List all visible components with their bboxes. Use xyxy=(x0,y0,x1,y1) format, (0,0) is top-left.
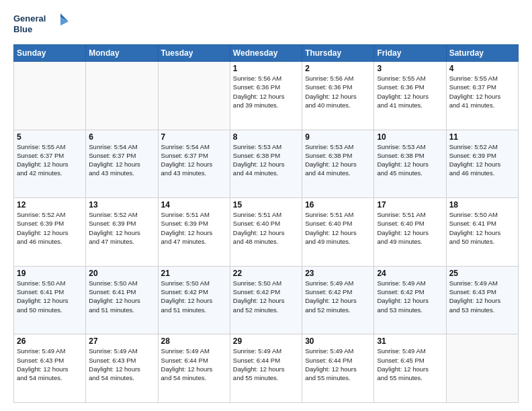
day-info: Sunrise: 5:49 AM Sunset: 6:44 PM Dayligh… xyxy=(161,347,227,382)
day-header-monday: Monday xyxy=(86,45,158,62)
calendar-cell: 20Sunrise: 5:50 AM Sunset: 6:41 PM Dayli… xyxy=(86,266,158,334)
calendar-cell: 16Sunrise: 5:51 AM Sunset: 6:40 PM Dayli… xyxy=(302,198,374,267)
day-number: 22 xyxy=(233,269,299,278)
calendar-cell: 28Sunrise: 5:49 AM Sunset: 6:44 PM Dayli… xyxy=(158,334,230,403)
week-row-4: 26Sunrise: 5:49 AM Sunset: 6:43 PM Dayli… xyxy=(14,334,519,403)
day-info: Sunrise: 5:56 AM Sunset: 6:36 PM Dayligh… xyxy=(305,74,371,109)
day-info: Sunrise: 5:49 AM Sunset: 6:42 PM Dayligh… xyxy=(305,279,371,314)
day-info: Sunrise: 5:49 AM Sunset: 6:44 PM Dayligh… xyxy=(233,347,299,382)
day-header-wednesday: Wednesday xyxy=(230,45,302,62)
calendar-cell: 26Sunrise: 5:49 AM Sunset: 6:43 PM Dayli… xyxy=(14,334,86,403)
calendar-cell: 22Sunrise: 5:50 AM Sunset: 6:42 PM Dayli… xyxy=(230,266,302,334)
day-info: Sunrise: 5:52 AM Sunset: 6:39 PM Dayligh… xyxy=(449,142,515,178)
calendar-body: 1Sunrise: 5:56 AM Sunset: 6:36 PM Daylig… xyxy=(14,62,519,403)
day-number: 9 xyxy=(305,132,371,142)
day-info: Sunrise: 5:51 AM Sunset: 6:39 PM Dayligh… xyxy=(161,210,227,246)
calendar-cell: 7Sunrise: 5:54 AM Sunset: 6:37 PM Daylig… xyxy=(158,130,230,198)
day-number: 18 xyxy=(449,200,515,210)
day-info: Sunrise: 5:53 AM Sunset: 6:38 PM Dayligh… xyxy=(233,142,299,178)
day-info: Sunrise: 5:50 AM Sunset: 6:42 PM Dayligh… xyxy=(161,279,227,314)
day-info: Sunrise: 5:55 AM Sunset: 6:37 PM Dayligh… xyxy=(17,142,83,178)
day-number: 29 xyxy=(233,336,299,346)
day-number: 16 xyxy=(305,200,371,210)
svg-text:General: General xyxy=(13,13,46,24)
day-info: Sunrise: 5:50 AM Sunset: 6:41 PM Dayligh… xyxy=(17,279,83,314)
day-number: 6 xyxy=(89,132,154,142)
day-number: 10 xyxy=(377,132,443,142)
calendar-cell: 17Sunrise: 5:51 AM Sunset: 6:40 PM Dayli… xyxy=(374,198,446,267)
day-info: Sunrise: 5:51 AM Sunset: 6:40 PM Dayligh… xyxy=(377,210,443,246)
day-number: 23 xyxy=(305,269,371,278)
day-number: 7 xyxy=(161,132,227,142)
header: General Blue xyxy=(13,11,519,39)
day-info: Sunrise: 5:55 AM Sunset: 6:37 PM Dayligh… xyxy=(449,74,515,109)
day-info: Sunrise: 5:54 AM Sunset: 6:37 PM Dayligh… xyxy=(161,142,227,178)
calendar-header: SundayMondayTuesdayWednesdayThursdayFrid… xyxy=(14,45,519,62)
day-info: Sunrise: 5:53 AM Sunset: 6:38 PM Dayligh… xyxy=(305,142,371,178)
calendar-cell: 8Sunrise: 5:53 AM Sunset: 6:38 PM Daylig… xyxy=(230,130,302,198)
day-info: Sunrise: 5:50 AM Sunset: 6:41 PM Dayligh… xyxy=(89,279,154,314)
day-info: Sunrise: 5:49 AM Sunset: 6:42 PM Dayligh… xyxy=(377,279,443,314)
day-info: Sunrise: 5:49 AM Sunset: 6:44 PM Dayligh… xyxy=(305,347,371,382)
day-info: Sunrise: 5:51 AM Sunset: 6:40 PM Dayligh… xyxy=(305,210,371,246)
day-header-saturday: Saturday xyxy=(446,45,518,62)
calendar-cell: 10Sunrise: 5:53 AM Sunset: 6:38 PM Dayli… xyxy=(374,130,446,198)
day-number: 2 xyxy=(305,64,371,73)
day-number: 11 xyxy=(449,132,515,142)
day-number: 19 xyxy=(17,269,83,278)
calendar-cell: 9Sunrise: 5:53 AM Sunset: 6:38 PM Daylig… xyxy=(302,130,374,198)
day-info: Sunrise: 5:49 AM Sunset: 6:45 PM Dayligh… xyxy=(377,347,443,382)
calendar-cell: 12Sunrise: 5:52 AM Sunset: 6:39 PM Dayli… xyxy=(14,198,86,267)
calendar-cell: 6Sunrise: 5:54 AM Sunset: 6:37 PM Daylig… xyxy=(86,130,158,198)
day-info: Sunrise: 5:55 AM Sunset: 6:36 PM Dayligh… xyxy=(377,74,443,109)
day-number: 24 xyxy=(377,269,443,278)
calendar-cell: 13Sunrise: 5:52 AM Sunset: 6:39 PM Dayli… xyxy=(86,198,158,267)
calendar-cell: 2Sunrise: 5:56 AM Sunset: 6:36 PM Daylig… xyxy=(302,62,374,130)
calendar-cell: 30Sunrise: 5:49 AM Sunset: 6:44 PM Dayli… xyxy=(302,334,374,403)
day-header-tuesday: Tuesday xyxy=(158,45,230,62)
day-number: 15 xyxy=(233,200,299,210)
logo-svg: General Blue xyxy=(13,11,74,36)
logo: General Blue xyxy=(13,11,74,39)
calendar-cell: 27Sunrise: 5:49 AM Sunset: 6:43 PM Dayli… xyxy=(86,334,158,403)
calendar: SundayMondayTuesdayWednesdayThursdayFrid… xyxy=(13,44,519,403)
calendar-cell: 21Sunrise: 5:50 AM Sunset: 6:42 PM Dayli… xyxy=(158,266,230,334)
calendar-cell: 3Sunrise: 5:55 AM Sunset: 6:36 PM Daylig… xyxy=(374,62,446,130)
day-number: 28 xyxy=(161,336,227,346)
day-header-friday: Friday xyxy=(374,45,446,62)
week-row-1: 5Sunrise: 5:55 AM Sunset: 6:37 PM Daylig… xyxy=(14,130,519,198)
calendar-cell: 25Sunrise: 5:49 AM Sunset: 6:43 PM Dayli… xyxy=(446,266,518,334)
day-number: 3 xyxy=(377,64,443,73)
day-number: 26 xyxy=(17,336,83,346)
day-number: 1 xyxy=(233,64,299,73)
header-row: SundayMondayTuesdayWednesdayThursdayFrid… xyxy=(14,45,519,62)
calendar-cell: 31Sunrise: 5:49 AM Sunset: 6:45 PM Dayli… xyxy=(374,334,446,403)
week-row-0: 1Sunrise: 5:56 AM Sunset: 6:36 PM Daylig… xyxy=(14,62,519,130)
calendar-cell xyxy=(158,62,230,130)
day-number: 27 xyxy=(89,336,154,346)
day-info: Sunrise: 5:51 AM Sunset: 6:40 PM Dayligh… xyxy=(233,210,299,246)
day-info: Sunrise: 5:49 AM Sunset: 6:43 PM Dayligh… xyxy=(449,279,515,314)
calendar-cell: 19Sunrise: 5:50 AM Sunset: 6:41 PM Dayli… xyxy=(14,266,86,334)
day-number: 13 xyxy=(89,200,154,210)
day-number: 20 xyxy=(89,269,154,278)
day-info: Sunrise: 5:50 AM Sunset: 6:42 PM Dayligh… xyxy=(233,279,299,314)
calendar-cell: 15Sunrise: 5:51 AM Sunset: 6:40 PM Dayli… xyxy=(230,198,302,267)
day-number: 31 xyxy=(377,336,443,346)
svg-text:Blue: Blue xyxy=(13,24,32,34)
day-number: 30 xyxy=(305,336,371,346)
day-info: Sunrise: 5:52 AM Sunset: 6:39 PM Dayligh… xyxy=(89,210,154,246)
day-info: Sunrise: 5:52 AM Sunset: 6:39 PM Dayligh… xyxy=(17,210,83,246)
day-info: Sunrise: 5:49 AM Sunset: 6:43 PM Dayligh… xyxy=(89,347,154,382)
page: General Blue SundayMondayTuesdayWednesda… xyxy=(0,0,532,411)
calendar-cell: 24Sunrise: 5:49 AM Sunset: 6:42 PM Dayli… xyxy=(374,266,446,334)
week-row-3: 19Sunrise: 5:50 AM Sunset: 6:41 PM Dayli… xyxy=(14,266,519,334)
calendar-cell: 11Sunrise: 5:52 AM Sunset: 6:39 PM Dayli… xyxy=(446,130,518,198)
day-number: 4 xyxy=(449,64,515,73)
calendar-cell: 1Sunrise: 5:56 AM Sunset: 6:36 PM Daylig… xyxy=(230,62,302,130)
day-header-thursday: Thursday xyxy=(302,45,374,62)
day-info: Sunrise: 5:53 AM Sunset: 6:38 PM Dayligh… xyxy=(377,142,443,178)
day-number: 12 xyxy=(17,200,83,210)
calendar-cell: 18Sunrise: 5:50 AM Sunset: 6:41 PM Dayli… xyxy=(446,198,518,267)
calendar-cell xyxy=(14,62,86,130)
